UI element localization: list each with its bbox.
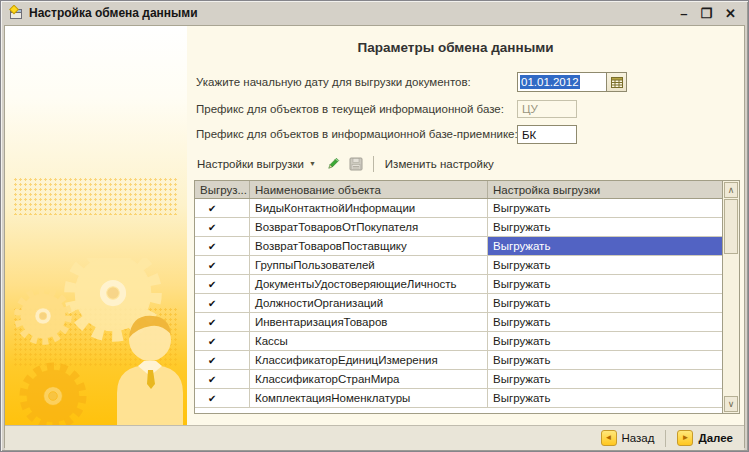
window-icon xyxy=(8,5,24,21)
row-setting[interactable]: Выгружать xyxy=(488,332,722,350)
prefix-current-field: ЦУ xyxy=(517,100,577,118)
column-header-export-setting[interactable]: Настройка выгрузки xyxy=(488,181,722,198)
footer-bar: ◄ Назад ► Далее xyxy=(5,425,744,450)
back-button-label: Назад xyxy=(622,432,655,444)
row-object-name[interactable]: ВидыКонтактнойИнформации xyxy=(250,199,488,217)
edit-button[interactable] xyxy=(325,156,341,172)
row-setting[interactable]: Выгружать xyxy=(488,256,722,274)
arrow-left-icon: ◄ xyxy=(601,430,617,446)
table-row[interactable]: ✔ Кассы Выгружать xyxy=(195,332,722,351)
save-button-disabled xyxy=(348,156,364,172)
table-row[interactable]: ✔ КомплектацияНоменклатуры Выгружать xyxy=(195,389,722,408)
objects-table-body: ✔ ВидыКонтактнойИнформации Выгружать ✔ В… xyxy=(195,199,722,408)
prefix-target-field[interactable]: БК xyxy=(517,125,577,144)
close-button[interactable]: ✕ xyxy=(725,7,736,20)
row-check[interactable]: ✔ xyxy=(195,256,250,274)
page-title: Параметры обмена данными xyxy=(187,40,724,55)
dialog-body: Параметры обмена данными Укажите начальн… xyxy=(4,25,745,448)
row-setting[interactable]: Выгружать xyxy=(488,351,722,369)
row-check[interactable]: ✔ xyxy=(195,294,250,312)
row-check[interactable]: ✔ xyxy=(195,199,250,217)
row-setting[interactable]: Выгружать xyxy=(488,370,722,388)
floppy-disk-icon xyxy=(349,157,363,171)
row-check[interactable]: ✔ xyxy=(195,218,250,236)
window-title: Настройка обмена данными xyxy=(29,6,680,20)
table-row[interactable]: ✔ ДолжностиОрганизаций Выгружать xyxy=(195,294,722,313)
table-row[interactable]: ✔ КлассификаторЕдиницИзмерения Выгружать xyxy=(195,351,722,370)
row-check[interactable]: ✔ xyxy=(195,370,250,388)
toolbar-separator xyxy=(373,156,374,172)
next-button[interactable]: ► Далее xyxy=(674,429,736,447)
row-object-name[interactable]: Кассы xyxy=(250,332,488,350)
titlebar: Настройка обмена данными – ❐ ✕ xyxy=(1,1,748,25)
back-button[interactable]: ◄ Назад xyxy=(598,429,658,447)
vertical-scrollbar[interactable]: ∧ ∨ xyxy=(722,181,739,413)
row-object-name[interactable]: ДокументыУдостоверяющиеЛичность xyxy=(250,275,488,293)
minimize-button[interactable]: – xyxy=(680,7,687,20)
row-setting[interactable]: Выгружать xyxy=(488,237,722,255)
objects-table: Выгруз... Наименование объекта Настройка… xyxy=(194,180,740,414)
start-date-label: Укажите начальную дату для выгрузки доку… xyxy=(196,76,471,88)
row-object-name[interactable]: ВозвратТоваровОтПокупателя xyxy=(250,218,488,236)
table-row[interactable]: ✔ ГруппыПользователей Выгружать xyxy=(195,256,722,275)
prefix-target-label: Префикс для объектов в информационной ба… xyxy=(196,128,518,140)
content-area: Параметры обмена данными Укажите начальн… xyxy=(187,26,744,425)
arrow-right-icon: ► xyxy=(677,430,693,446)
row-check[interactable]: ✔ xyxy=(195,351,250,369)
row-check[interactable]: ✔ xyxy=(195,313,250,331)
prefix-current-label: Префикс для объектов в текущей информаци… xyxy=(196,103,504,115)
calendar-button[interactable] xyxy=(606,73,626,91)
export-settings-dropdown-label: Настройки выгрузки xyxy=(197,158,304,170)
dialog-window: Настройка обмена данными – ❐ ✕ xyxy=(0,0,749,452)
row-setting[interactable]: Выгружать xyxy=(488,294,722,312)
next-button-label: Далее xyxy=(698,432,733,444)
row-setting[interactable]: Выгружать xyxy=(488,389,722,407)
pencil-icon xyxy=(326,157,340,171)
scrollbar-thumb[interactable] xyxy=(724,199,738,254)
table-row[interactable]: ✔ ВозвратТоваровПоставщику Выгружать xyxy=(195,237,722,256)
chevron-down-icon: ▼ xyxy=(309,160,316,167)
scroll-up-button[interactable]: ∧ xyxy=(724,182,738,198)
row-object-name[interactable]: ГруппыПользователей xyxy=(250,256,488,274)
maximize-button[interactable]: ❐ xyxy=(700,7,712,20)
export-settings-dropdown[interactable]: Настройки выгрузки ▼ xyxy=(195,156,318,172)
gears-person-illustration xyxy=(5,258,187,425)
dots-texture xyxy=(13,177,179,215)
row-object-name[interactable]: КлассификаторСтранМира xyxy=(250,370,488,388)
row-object-name[interactable]: ДолжностиОрганизаций xyxy=(250,294,488,312)
table-header: Выгруз... Наименование объекта Настройка… xyxy=(195,181,722,199)
decorative-panel xyxy=(5,26,187,425)
row-check[interactable]: ✔ xyxy=(195,275,250,293)
row-check[interactable]: ✔ xyxy=(195,237,250,255)
table-row[interactable]: ✔ ВидыКонтактнойИнформации Выгружать xyxy=(195,199,722,218)
table-toolbar: Настройки выгрузки ▼ xyxy=(195,153,496,174)
row-object-name[interactable]: КлассификаторЕдиницИзмерения xyxy=(250,351,488,369)
row-setting[interactable]: Выгружать xyxy=(488,275,722,293)
column-header-object-name[interactable]: Наименование объекта xyxy=(250,181,488,198)
row-check[interactable]: ✔ xyxy=(195,389,250,407)
row-setting[interactable]: Выгружать xyxy=(488,313,722,331)
row-object-name[interactable]: ИнвентаризацияТоваров xyxy=(250,313,488,331)
column-header-export[interactable]: Выгруз... xyxy=(195,181,250,198)
table-row[interactable]: ✔ ИнвентаризацияТоваров Выгружать xyxy=(195,313,722,332)
table-row[interactable]: ✔ КлассификаторСтранМира Выгружать xyxy=(195,370,722,389)
table-row[interactable]: ✔ ДокументыУдостоверяющиеЛичность Выгруж… xyxy=(195,275,722,294)
calendar-icon xyxy=(611,76,623,88)
start-date-field[interactable]: 01.01.2012 xyxy=(517,72,627,92)
row-setting[interactable]: Выгружать xyxy=(488,199,722,217)
row-object-name[interactable]: КомплектацияНоменклатуры xyxy=(250,389,488,407)
row-setting[interactable]: Выгружать xyxy=(488,218,722,236)
table-row[interactable]: ✔ ВозвратТоваровОтПокупателя Выгружать xyxy=(195,218,722,237)
start-date-value[interactable]: 01.01.2012 xyxy=(518,73,606,91)
footer-separator xyxy=(665,430,666,447)
row-check[interactable]: ✔ xyxy=(195,332,250,350)
row-object-name[interactable]: ВозвратТоваровПоставщику xyxy=(250,237,488,255)
scroll-down-button[interactable]: ∨ xyxy=(724,396,738,412)
change-setting-button[interactable]: Изменить настройку xyxy=(383,156,496,172)
